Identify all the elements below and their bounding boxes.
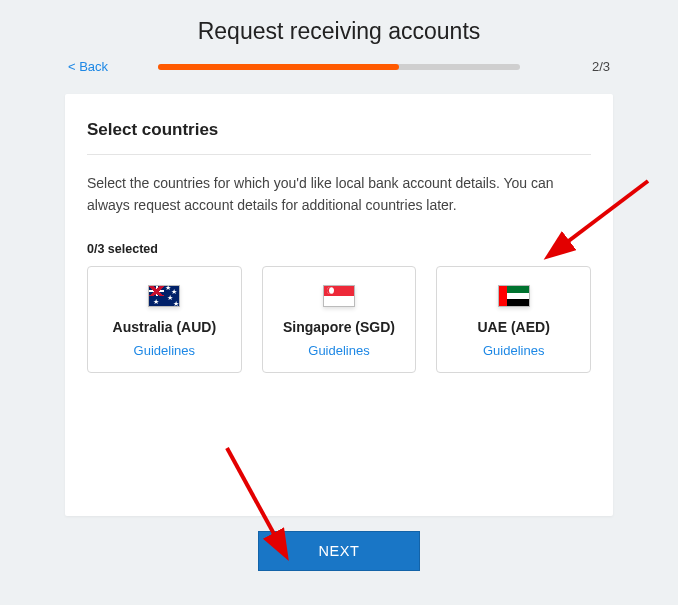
country-name: Australia (AUD) <box>94 319 235 335</box>
progress-bar <box>158 64 520 70</box>
country-card-uae[interactable]: UAE (AED) Guidelines <box>436 266 591 373</box>
section-title: Select countries <box>87 120 591 155</box>
guidelines-link[interactable]: Guidelines <box>269 343 410 358</box>
step-count: 2/3 <box>520 59 610 74</box>
next-button[interactable]: NEXT <box>259 532 419 570</box>
back-link[interactable]: < Back <box>68 59 158 74</box>
singapore-flag-icon <box>323 285 355 307</box>
country-grid: Australia (AUD) Guidelines Singapore (SG… <box>87 266 591 373</box>
country-name: Singapore (SGD) <box>269 319 410 335</box>
progress-fill <box>158 64 399 70</box>
main-card: Select countries Select the countries fo… <box>65 94 613 516</box>
country-card-australia[interactable]: Australia (AUD) Guidelines <box>87 266 242 373</box>
country-card-singapore[interactable]: Singapore (SGD) Guidelines <box>262 266 417 373</box>
country-name: UAE (AED) <box>443 319 584 335</box>
selection-count: 0/3 selected <box>87 242 591 256</box>
page-title: Request receiving accounts <box>0 0 678 59</box>
guidelines-link[interactable]: Guidelines <box>94 343 235 358</box>
australia-flag-icon <box>148 285 180 307</box>
header-row: < Back 2/3 <box>34 59 644 74</box>
uae-flag-icon <box>498 285 530 307</box>
guidelines-link[interactable]: Guidelines <box>443 343 584 358</box>
description: Select the countries for which you'd lik… <box>87 173 591 216</box>
